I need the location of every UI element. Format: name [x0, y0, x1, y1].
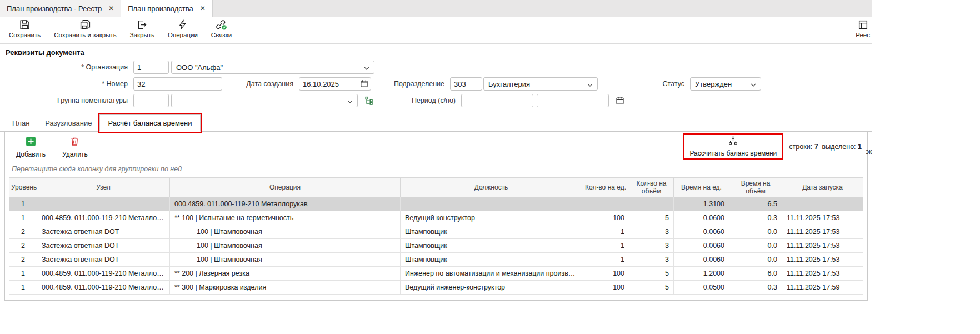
selected-count-value: 1 [858, 143, 862, 151]
calculate-time-balance-button[interactable]: Рассчитать баланс времени [685, 136, 781, 158]
period-from-input[interactable] [461, 94, 533, 107]
operations-button[interactable]: Операции [168, 19, 198, 38]
cell-position: Ведущий конструктор [401, 211, 582, 225]
organization-code-input[interactable] [133, 61, 169, 74]
column-header[interactable]: Время на объём [729, 178, 782, 197]
tab-plan-label: План [12, 119, 29, 127]
cell-time_vol: 0.3 [729, 211, 782, 225]
period-to-input[interactable] [537, 94, 609, 107]
column-header[interactable]: Операция [170, 178, 401, 197]
cell-date: 11.11.2025 17:53 [782, 267, 863, 281]
period-label: Период (с/по) [376, 97, 461, 104]
window-tab-production-plan[interactable]: План производства ✕ [121, 0, 212, 17]
cell-qty_vol [629, 197, 674, 211]
save-icon [19, 19, 30, 30]
cell-time_vol: 6.5 [729, 197, 782, 211]
save-label: Сохранить [9, 32, 41, 38]
cell-qty_unit: 1 [582, 239, 629, 253]
hierarchy-tree-icon[interactable] [362, 94, 376, 107]
tab-explosion-label: Разузлование [45, 119, 92, 127]
save-and-close-label: Сохранить и закрыть [54, 32, 117, 38]
column-header[interactable]: Узел [37, 178, 170, 197]
cell-date: 11.11.2025 17:53 [782, 239, 863, 253]
group-row[interactable]: 1000.4859. 011.000-119-210 Металлорукав1… [9, 197, 863, 211]
close-tab-icon[interactable]: ✕ [108, 5, 114, 12]
period-calendar-icon[interactable] [613, 94, 627, 107]
status-select[interactable]: Утвержден [690, 77, 761, 91]
close-tab-icon[interactable]: ✕ [200, 5, 206, 12]
tab-time-balance[interactable]: Расчёт баланса времени [99, 114, 200, 132]
cell-date: 11.11.2025 17:53 [782, 225, 863, 239]
close-button[interactable]: Закрыть [130, 19, 154, 38]
save-and-close-icon [80, 19, 91, 30]
save-and-close-button[interactable]: Сохранить и закрыть [54, 19, 117, 38]
cell-operation: 100 | Штамповочная [170, 253, 401, 267]
creation-date-field[interactable] [299, 77, 371, 91]
rows-count-label: строки: [789, 143, 812, 151]
window-tab-label: План производства - Реестр [7, 4, 102, 13]
cell-node: Застежка ответная DOT [37, 253, 170, 267]
table-row[interactable]: 1000.4859. 011.000-119-210 Металлорукав*… [9, 267, 863, 281]
table-row[interactable]: 1000.4859. 011.000-119-210 Металлорукав*… [9, 211, 863, 225]
selected-count-label: выделено: [822, 143, 856, 151]
department-code-input[interactable] [450, 77, 482, 91]
cell-qty_vol: 5 [629, 211, 674, 225]
registry-button[interactable]: Реес [856, 19, 870, 38]
cell-node: Застежка ответная DOT [37, 239, 170, 253]
nomenclature-group-select[interactable] [171, 94, 358, 107]
window-tab-registry[interactable]: План производства - Реестр ✕ [0, 0, 121, 17]
links-button[interactable]: Связки [211, 19, 232, 38]
calculate-label: Рассчитать баланс времени [689, 149, 777, 157]
add-row-button[interactable]: Добавить [12, 136, 50, 159]
group-by-drop-zone[interactable]: Перетащите сюда колонку для группировки … [5, 163, 867, 177]
chevron-down-icon [751, 80, 756, 88]
save-button[interactable]: Сохранить [9, 19, 41, 38]
cell-operation: ** 300 | Маркировка изделия [170, 281, 401, 295]
calendar-icon[interactable] [360, 79, 368, 89]
cell-level: 2 [9, 225, 37, 239]
grid-counters: строки: 7 выделено: 1 [789, 143, 862, 151]
tab-explosion[interactable]: Разузлование [37, 115, 99, 131]
cell-position [401, 197, 582, 211]
column-header[interactable]: Уровень [9, 178, 37, 197]
chevron-down-icon [347, 97, 353, 105]
time-balance-panel: Добавить Удалить [4, 132, 868, 301]
organization-select[interactable]: ООО "Альфа" [171, 61, 374, 74]
cell-operation: ** 200 | Лазерная резка [170, 267, 401, 281]
cell-position: Штамповщик [401, 239, 582, 253]
section-title: Реквизиты документа [0, 44, 872, 59]
department-label: Подразделение [371, 80, 450, 88]
cell-node: 000.4859. 011.000-119-210 Металлорукав [37, 267, 170, 281]
table-row[interactable]: 1000.4859. 011.000-119-210 Металлорукав*… [9, 281, 863, 295]
column-header[interactable]: Кол-во на объём [629, 178, 674, 197]
cell-position: Ведущий инженер-конструктор [401, 281, 582, 295]
cell-time_unit: 0.0060 [674, 253, 729, 267]
window-tab-label: План производства [128, 4, 193, 13]
trash-icon [69, 136, 80, 148]
table-row[interactable]: 2Застежка ответная DOT100 | Штамповочная… [9, 225, 863, 239]
number-input[interactable] [133, 77, 222, 91]
nomenclature-group-code-input[interactable] [133, 94, 169, 107]
cell-time_vol: 0.0 [729, 225, 782, 239]
table-row[interactable]: 2Застежка ответная DOT100 | Штамповочная… [9, 239, 863, 253]
close-label: Закрыть [130, 32, 154, 38]
cell-date: 11.11.2025 17:59 [782, 281, 863, 295]
cell-time_vol: 0.0 [729, 253, 782, 267]
cell-qty_unit: 100 [582, 281, 629, 295]
column-header[interactable]: Дата запуска [782, 178, 863, 197]
cell-qty_vol: 3 [629, 253, 674, 267]
column-header[interactable]: Время на ед. [674, 178, 729, 197]
cell-time_unit: 0.0500 [674, 281, 729, 295]
column-header[interactable]: Кол-во на ед. [582, 178, 629, 197]
column-header[interactable]: Должность [401, 178, 582, 197]
table-row[interactable]: 2Застежка ответная DOT100 | Штамповочная… [9, 253, 863, 267]
delete-row-button[interactable]: Удалить [58, 136, 92, 159]
app-window: План производства - Реестр ✕ План произв… [0, 0, 872, 334]
cell-date: 11.11.2025 17:53 [782, 211, 863, 225]
delete-label: Удалить [62, 151, 88, 158]
registry-icon [858, 19, 868, 30]
department-select[interactable]: Бухгалтерия [483, 77, 598, 91]
cell-time_vol: 6.0 [729, 267, 782, 281]
cell-node [37, 197, 170, 211]
tab-plan[interactable]: План [4, 115, 37, 131]
